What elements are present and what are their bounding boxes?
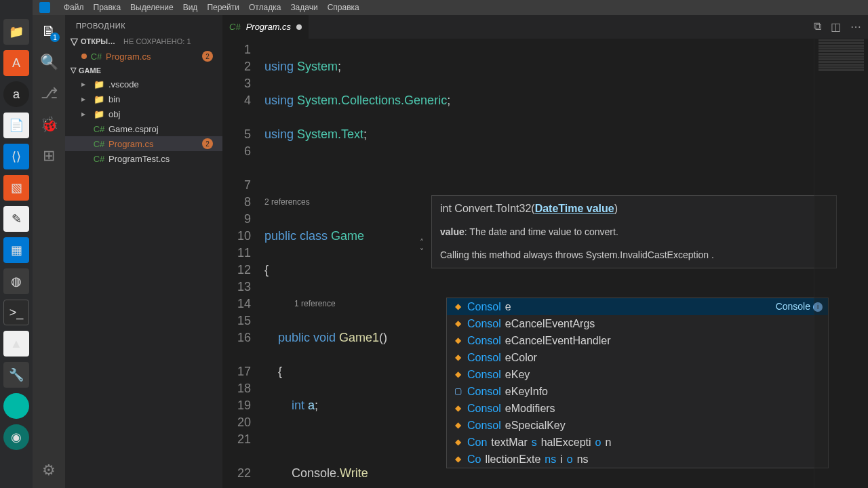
kind-icon: ◆ <box>452 336 463 346</box>
sidebar-title: ПРОВОДНИК <box>65 15 222 34</box>
signature-text: int Convert.ToInt32(DateTime value) <box>440 201 828 216</box>
code-area[interactable]: 12345678910111213141516171819202122 usin… <box>222 39 868 488</box>
unsaved-count: НЕ СОХРАНЕНО: 1 <box>123 37 191 45</box>
autocomplete-item[interactable]: ◆ConsoleCancelEventHandler <box>447 332 828 349</box>
menu-tasks[interactable]: Задачи <box>290 3 317 12</box>
file-tree-item[interactable]: ▸📁obj <box>65 106 222 121</box>
sublime-icon[interactable]: ▧ <box>3 175 29 201</box>
file-tree-item[interactable]: C#ProgramTest.cs <box>65 151 222 166</box>
globe-icon[interactable]: ◍ <box>3 268 29 294</box>
menu-debug[interactable]: Отладка <box>249 3 281 12</box>
kind-icon: ◆ <box>452 352 463 363</box>
autocomplete-item[interactable]: ◆ConsoleKey <box>447 366 828 383</box>
folder-icon: 📁 <box>94 79 104 89</box>
autocomplete-item[interactable]: ◆ConsoleColor <box>447 349 828 366</box>
menu-view[interactable]: Вид <box>183 3 198 12</box>
csharp-file-icon: C# <box>94 123 104 134</box>
autocomplete-item[interactable]: ◆ConsoleCancelEventArgs <box>447 315 828 332</box>
explorer-badge: 1 <box>50 33 60 42</box>
file-tree-item[interactable]: C#Game.csproj <box>65 121 222 136</box>
menu-go[interactable]: Перейти <box>207 3 239 12</box>
scm-activity-icon[interactable]: ⎇ <box>39 84 58 103</box>
kind-icon: ▢ <box>452 386 463 397</box>
autocomplete-item[interactable]: ◆ConsoleConsolei <box>447 298 828 315</box>
open-editor-filename: Program.cs <box>106 52 151 62</box>
sidebar: ПРОВОДНИК ▽ ОТКРЫ… НЕ СОХРАНЕНО: 1 C# Pr… <box>65 15 222 488</box>
file-tree-item[interactable]: C#Program.cs2 <box>65 136 222 151</box>
csharp-file-icon: C# <box>91 51 102 62</box>
vscode-logo-icon <box>39 2 50 13</box>
menu-bar: Файл Правка Выделение Вид Перейти Отладк… <box>33 0 868 15</box>
debug-activity-icon[interactable]: 🐞 <box>39 115 58 134</box>
folder-icon: 📁 <box>94 94 104 104</box>
terminal-icon[interactable]: >_ <box>3 300 29 325</box>
autocomplete-popup[interactable]: ◆ConsoleConsolei◆ConsoleCancelEventArgs◆… <box>446 298 829 468</box>
more-actions-icon[interactable]: ⋯ <box>850 20 861 33</box>
autocomplete-item[interactable]: ◆ConsoleModifiers <box>447 400 828 417</box>
open-editor-program[interactable]: C# Program.cs 2 <box>65 49 222 64</box>
files-app-icon[interactable]: 📁 <box>3 19 29 45</box>
project-section[interactable]: ▽ GAME <box>65 64 222 77</box>
kind-icon: ◆ <box>452 319 463 329</box>
calc-icon[interactable]: ▦ <box>3 237 29 263</box>
kind-icon: ◆ <box>452 420 463 431</box>
notes-icon[interactable]: ✎ <box>3 206 29 232</box>
error-badge: 2 <box>202 51 213 62</box>
signature-throws: Calling this method always throws System… <box>440 247 828 262</box>
extensions-activity-icon[interactable]: ⊞ <box>39 146 58 165</box>
editor-actions: ⧉ ◫ ⋯ <box>814 20 861 33</box>
csharp-file-icon: C# <box>229 22 241 32</box>
minimap[interactable] <box>814 39 868 488</box>
menu-selection[interactable]: Выделение <box>130 3 174 12</box>
autocomplete-item[interactable]: ◆ContextMarshalException <box>447 434 828 451</box>
menu-file[interactable]: Файл <box>64 3 84 12</box>
signature-nav[interactable]: ˄˅ <box>420 238 424 257</box>
editor-area: C# Program.cs ⧉ ◫ ⋯ 12345678910111213141… <box>222 15 868 488</box>
activity-bar: 🗎1 🔍 ⎇ 🐞 ⊞ ⚙ <box>33 15 65 488</box>
file-tree-item[interactable]: ▸📁.vscode <box>65 77 222 92</box>
search-activity-icon[interactable]: 🔍 <box>39 53 58 72</box>
ubuntu-store-icon[interactable]: A <box>3 50 29 76</box>
project-name: GAME <box>79 66 101 75</box>
editor-tabs: C# Program.cs ⧉ ◫ ⋯ <box>222 15 868 39</box>
autocomplete-item[interactable]: ◆ConsoleSpecialKey <box>447 417 828 434</box>
file-tree-item[interactable]: ▸📁bin <box>65 92 222 106</box>
os-taskbar: 📁 A a 📄 ⟨⟩ ▧ ✎ ▦ ◍ >_ ▲ 🔧 ◉ <box>0 0 33 488</box>
kind-icon: ◆ <box>452 369 463 380</box>
file-tree: ▸📁.vscode▸📁bin▸📁objC#Game.csprojC#Progra… <box>65 77 222 166</box>
kind-icon: ◆ <box>452 454 463 465</box>
settings-gear-icon[interactable]: ⚙ <box>39 461 58 480</box>
open-editors-section[interactable]: ▽ ОТКРЫ… НЕ СОХРАНЕНО: 1 <box>65 34 222 49</box>
tab-label: Program.cs <box>246 22 291 32</box>
folder-icon: 📁 <box>94 108 104 119</box>
circle-app-icon[interactable] <box>3 393 29 419</box>
tab-program[interactable]: C# Program.cs <box>222 15 309 39</box>
csharp-file-icon: C# <box>94 138 104 149</box>
chevron-down-icon: ▽ <box>71 36 78 47</box>
line-gutter: 12345678910111213141516171819202122 <box>222 39 264 488</box>
autocomplete-item[interactable]: ◆CollectionExtensions <box>447 451 828 468</box>
csharp-file-icon: C# <box>94 153 104 164</box>
menu-help[interactable]: Справка <box>328 3 359 12</box>
tool-icon[interactable]: 🔧 <box>3 362 29 388</box>
modified-dot-icon <box>81 54 87 59</box>
error-badge: 2 <box>202 138 213 149</box>
green-app-icon[interactable]: ◉ <box>3 424 29 450</box>
signature-help-popup: ˄˅ int Convert.ToInt32(DateTime value) v… <box>431 195 837 268</box>
split-editor-icon[interactable]: ◫ <box>831 20 841 33</box>
kind-icon: ◆ <box>452 403 463 414</box>
amazon-icon[interactable]: a <box>3 81 29 107</box>
signature-description: value: The date and time value to conver… <box>440 224 828 239</box>
vlc-icon[interactable]: ▲ <box>3 331 29 357</box>
open-editors-label: ОТКРЫ… <box>81 37 115 45</box>
kind-icon: ◆ <box>452 437 463 448</box>
libreoffice-icon[interactable]: 📄 <box>3 113 29 138</box>
chevron-down-icon: ▽ <box>71 66 76 75</box>
modified-dot-icon <box>296 24 302 30</box>
kind-icon: ◆ <box>452 302 463 312</box>
compare-icon[interactable]: ⧉ <box>814 20 821 33</box>
explorer-activity-icon[interactable]: 🗎1 <box>39 22 58 41</box>
vscode-app-icon[interactable]: ⟨⟩ <box>3 144 29 169</box>
menu-edit[interactable]: Правка <box>94 3 121 12</box>
autocomplete-item[interactable]: ▢ConsoleKeyInfo <box>447 383 828 400</box>
